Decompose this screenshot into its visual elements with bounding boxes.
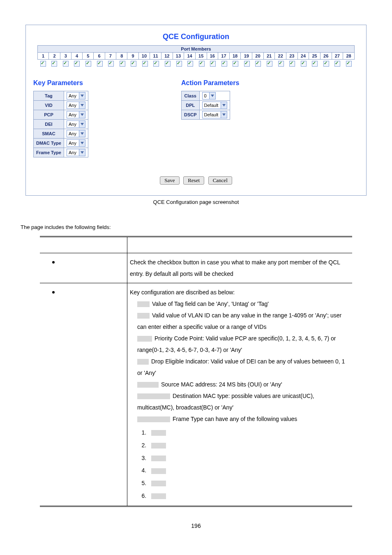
redacted-label bbox=[151, 443, 166, 449]
key-param-select[interactable]: Any bbox=[67, 130, 85, 137]
reset-button[interactable]: Reset bbox=[183, 176, 204, 185]
port-header: 10 bbox=[138, 53, 150, 60]
save-button[interactable]: Save bbox=[160, 176, 179, 185]
bullet-icon bbox=[52, 261, 55, 264]
select-value: Default bbox=[203, 112, 221, 117]
port-checkbox[interactable] bbox=[199, 61, 205, 67]
chevron-down-icon bbox=[221, 111, 227, 118]
action-param-select[interactable]: 0 bbox=[202, 92, 216, 99]
port-header: 7 bbox=[105, 53, 116, 60]
frame-type-list bbox=[148, 426, 350, 502]
chevron-down-icon bbox=[79, 102, 85, 109]
port-checkbox[interactable] bbox=[63, 61, 69, 67]
port-header: 3 bbox=[60, 53, 71, 60]
port-members-label: Port Members bbox=[38, 46, 355, 53]
port-checkbox[interactable] bbox=[312, 61, 318, 67]
chevron-down-icon bbox=[79, 149, 85, 156]
port-checkbox[interactable] bbox=[120, 61, 125, 67]
redacted-label bbox=[151, 456, 166, 461]
key-param-label: VID bbox=[34, 101, 64, 110]
chevron-down-icon bbox=[79, 111, 85, 118]
port-checkbox[interactable] bbox=[255, 61, 261, 67]
port-header: 27 bbox=[332, 53, 343, 60]
port-checkbox[interactable] bbox=[278, 61, 284, 67]
select-value: Default bbox=[203, 103, 221, 108]
port-checkbox[interactable] bbox=[187, 61, 193, 67]
port-header: 25 bbox=[309, 53, 321, 60]
port-header: 12 bbox=[161, 53, 173, 60]
key-param-select[interactable]: Any bbox=[67, 111, 85, 118]
port-checkbox[interactable] bbox=[233, 61, 238, 67]
port-checkbox[interactable] bbox=[334, 61, 340, 67]
port-header: 9 bbox=[127, 53, 138, 60]
port-checkbox[interactable] bbox=[74, 61, 80, 67]
port-header: 2 bbox=[49, 53, 60, 60]
redacted-label bbox=[137, 301, 150, 307]
port-header: 17 bbox=[218, 53, 230, 60]
select-value: Any bbox=[67, 131, 79, 136]
action-param-label: Class bbox=[182, 91, 200, 101]
port-checkbox[interactable] bbox=[210, 61, 216, 67]
port-header: 15 bbox=[195, 53, 207, 60]
key-param-select[interactable]: Any bbox=[67, 102, 85, 109]
action-param-label: DPL bbox=[182, 101, 200, 110]
qce-config-screenshot: QCE Configuration Port Members 123456789… bbox=[25, 25, 367, 196]
action-param-select[interactable]: Default bbox=[202, 111, 228, 118]
key-param-select[interactable]: Any bbox=[67, 149, 85, 156]
key-param-label: DEI bbox=[34, 120, 64, 129]
desc-frame: Frame Type can have any of the following… bbox=[173, 416, 297, 422]
port-checkbox[interactable] bbox=[323, 61, 329, 67]
port-checkbox[interactable] bbox=[108, 61, 114, 67]
action-parameters-table: Class0DPLDefaultDSCPDefault bbox=[181, 91, 230, 120]
select-value: Any bbox=[67, 103, 79, 108]
redacted-label bbox=[151, 493, 166, 499]
redacted-label bbox=[137, 313, 150, 319]
port-header: 22 bbox=[275, 53, 286, 60]
frame-type-item bbox=[148, 426, 350, 439]
port-checkbox[interactable] bbox=[301, 61, 307, 67]
desc-vid: Valid value of VLAN ID can be any value … bbox=[137, 312, 341, 330]
key-param-label: DMAC Type bbox=[34, 139, 64, 148]
port-checkbox[interactable] bbox=[346, 61, 352, 67]
port-header: 23 bbox=[286, 53, 298, 60]
key-param-select[interactable]: Any bbox=[67, 139, 85, 147]
port-header: 6 bbox=[94, 53, 105, 60]
desc-smac: Source MAC address: 24 MS bits (OUI) or … bbox=[161, 381, 282, 388]
cancel-button[interactable]: Cancel bbox=[208, 176, 232, 185]
redacted-label bbox=[137, 359, 149, 365]
port-checkbox[interactable] bbox=[244, 61, 250, 67]
key-param-select[interactable]: Any bbox=[67, 92, 85, 99]
port-checkbox[interactable] bbox=[97, 61, 103, 67]
chevron-down-icon bbox=[79, 121, 85, 127]
action-parameters-title: Action Parameters bbox=[181, 79, 288, 87]
chevron-down-icon bbox=[221, 102, 227, 109]
port-header: 5 bbox=[83, 53, 94, 60]
port-checkbox[interactable] bbox=[40, 61, 46, 67]
port-checkbox[interactable] bbox=[267, 61, 272, 67]
bullet-icon bbox=[52, 291, 55, 294]
key-param-label: Frame Type bbox=[34, 148, 64, 157]
port-checkbox[interactable] bbox=[85, 61, 91, 67]
frame-type-item bbox=[148, 452, 350, 465]
frame-type-item bbox=[148, 477, 350, 490]
port-checkbox[interactable] bbox=[142, 61, 148, 67]
port-header: 18 bbox=[229, 53, 241, 60]
port-checkbox[interactable] bbox=[221, 61, 227, 67]
action-param-select[interactable]: Default bbox=[202, 102, 228, 109]
port-header: 16 bbox=[207, 53, 218, 60]
page-number: 196 bbox=[21, 523, 371, 529]
key-param-select[interactable]: Any bbox=[67, 120, 85, 128]
screenshot-caption: QCE Configuration page screenshot bbox=[21, 199, 371, 205]
port-checkbox[interactable] bbox=[176, 61, 182, 67]
port-checkbox[interactable] bbox=[289, 61, 295, 67]
port-checkbox[interactable] bbox=[51, 61, 57, 67]
port-checkbox[interactable] bbox=[131, 61, 136, 67]
chevron-down-icon bbox=[79, 92, 85, 99]
port-checkbox[interactable] bbox=[153, 61, 159, 67]
port-checkbox-row bbox=[37, 60, 355, 67]
desc-tag: Value of Tag field can be 'Any', 'Untag'… bbox=[152, 301, 269, 307]
port-checkbox[interactable] bbox=[165, 61, 171, 67]
port-header: 4 bbox=[71, 53, 82, 60]
port-header: 11 bbox=[150, 53, 161, 60]
desc-key-parameters: Key configuration are discribed as below… bbox=[127, 283, 353, 506]
